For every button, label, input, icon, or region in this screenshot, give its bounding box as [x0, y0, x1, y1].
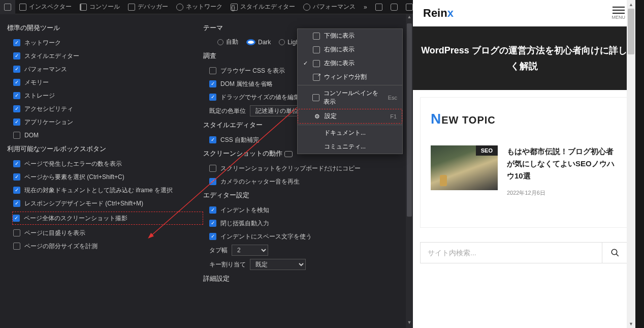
- chk-performance[interactable]: ✓パフォーマンス: [13, 64, 203, 74]
- site-scrollbar[interactable]: ▲ ▼: [627, 0, 635, 328]
- chk-storage[interactable]: ✓ストレージ: [13, 91, 203, 101]
- docs-link[interactable]: ドキュメント...: [298, 126, 402, 140]
- tab-performance[interactable]: パフォーマンス: [299, 0, 360, 14]
- tab-label: スタイルエディター: [240, 3, 295, 11]
- chk-shutter-sound[interactable]: ✓カメラのシャッター音を再生: [209, 176, 399, 187]
- meatball-dropdown: 下側に表示 右側に表示 ✓左側に表示 ↗ウィンドウ分割 コンソールペインを表示E…: [297, 28, 403, 154]
- split-console-icon: [312, 94, 319, 101]
- chk-iframe-target[interactable]: ✓現在の対象ドキュメントとして読み込む iframe を選択: [13, 185, 203, 195]
- tab-inspector[interactable]: インスペクター: [15, 0, 76, 14]
- screenshot-button[interactable]: [387, 0, 402, 14]
- dock-bottom-icon: [313, 33, 320, 40]
- chk-rulers[interactable]: ページに目盛りを表示: [13, 228, 203, 238]
- chk-application[interactable]: ✓アプリケーション: [13, 117, 203, 127]
- chk-accessibility[interactable]: ✓アクセシビリティ: [13, 104, 203, 114]
- chk-error-count[interactable]: ✓ページで発生したエラーの数を表示: [13, 159, 203, 169]
- chk-styleeditor[interactable]: ✓スタイルエディター: [13, 51, 203, 61]
- tabwidth-row: タブ幅 2: [209, 245, 399, 256]
- dock-right-icon: [313, 46, 320, 53]
- tab-label: デバッガー: [138, 3, 168, 11]
- chk-measure[interactable]: ページの部分サイズを計測: [13, 241, 203, 251]
- search-icon: [610, 248, 620, 257]
- keymap-select[interactable]: 既定: [250, 259, 306, 270]
- article-date: 2022年12月6日: [507, 189, 618, 197]
- article-item[interactable]: SEO もはや都市伝説！ブログ初心者が気にしなくてよいSEOノウハウ10選 20…: [431, 145, 618, 197]
- inspector-icon: [19, 4, 26, 11]
- responsive-icon: [375, 4, 382, 11]
- hamburger-menu[interactable]: MENU: [612, 7, 626, 20]
- tab-styleeditor[interactable]: {}スタイルエディター: [227, 0, 299, 14]
- site-preview: Reinx MENU WordPress ブログの運営方法を初心者向けに詳しく解…: [413, 0, 635, 328]
- debugger-icon: [128, 4, 135, 11]
- chevron-more-icon: »: [364, 4, 367, 11]
- separate-window[interactable]: ↗ウィンドウ分割: [298, 70, 402, 84]
- menu-label: MENU: [612, 15, 626, 20]
- site-logo[interactable]: Reinx: [423, 7, 454, 20]
- dock-right[interactable]: 右側に表示: [298, 43, 402, 56]
- theme-auto[interactable]: 自動: [217, 38, 238, 46]
- card-area: NEW TOPIC SEO もはや都市伝説！ブログ初心者が気にしなくてよいSEO…: [413, 90, 635, 235]
- hamburger-icon: [613, 10, 625, 11]
- tab-overflow[interactable]: »: [360, 0, 371, 14]
- keymap-label: キー割り当て: [209, 260, 246, 269]
- section-default-tools: 標準の開発ツール: [7, 23, 203, 33]
- site-header: Reinx MENU: [413, 0, 635, 26]
- tabwidth-select[interactable]: 2: [232, 245, 268, 256]
- tab-console[interactable]: コンソール: [76, 0, 124, 14]
- tab-network[interactable]: ネットワーク: [172, 0, 227, 14]
- chk-dom[interactable]: DOM: [13, 130, 203, 140]
- window-icon: ↗: [313, 74, 320, 81]
- dock-left-icon: [313, 60, 320, 67]
- search-button[interactable]: [602, 242, 628, 263]
- pick-icon: [4, 4, 11, 11]
- search-input[interactable]: [420, 242, 602, 263]
- chk-detect-indent[interactable]: ✓インデントを検知: [209, 205, 399, 215]
- split-console[interactable]: コンソールペインを表示Esc: [298, 86, 402, 109]
- chk-indent-spaces[interactable]: ✓インデントにスペース文字を使う: [209, 231, 399, 242]
- chk-network[interactable]: ✓ネットワーク: [13, 38, 203, 48]
- camera-icon: [391, 4, 398, 11]
- color-unit-label: 既定の色単位: [209, 107, 246, 115]
- tab-label: ネットワーク: [186, 3, 222, 11]
- keymap-row: キー割り当て 既定: [209, 259, 399, 270]
- tab-debugger[interactable]: デバッガー: [124, 0, 172, 14]
- chk-memory[interactable]: ✓メモリー: [13, 77, 203, 87]
- category-badge: SEO: [476, 145, 498, 156]
- community-link[interactable]: コミュニティ...: [298, 140, 402, 154]
- devtools-toolbar: インスペクター コンソール デバッガー ネットワーク {}スタイルエディター パ…: [0, 0, 413, 14]
- chk-responsive[interactable]: ✓レスポンシブデザインモード (Ctrl+Shift+M): [13, 198, 203, 208]
- tab-label: インスペクター: [29, 3, 72, 11]
- article-thumbnail: SEO: [431, 145, 498, 190]
- chk-pick-element[interactable]: ✓ページから要素を選択 (Ctrl+Shift+C): [13, 172, 203, 182]
- network-icon: [176, 4, 183, 11]
- new-topic-heading: NEW TOPIC: [431, 111, 618, 127]
- section-advanced: 詳細設定: [203, 274, 399, 283]
- hero-title: WordPress ブログの運営方法を初心者向けに詳しく解説: [413, 26, 635, 90]
- article-title: もはや都市伝説！ブログ初心者が気にしなくてよいSEOノウハウ10選: [507, 145, 618, 182]
- tab-label: パフォーマンス: [313, 3, 356, 11]
- dock-icon: [406, 4, 413, 11]
- styleeditor-icon: {}: [231, 4, 238, 11]
- chk-clipboard-only[interactable]: スクリーンショットをクリップボードだけにコピー: [209, 163, 399, 173]
- settings-col-left: 標準の開発ツール ✓ネットワーク ✓スタイルエディター ✓パフォーマンス ✓メモ…: [7, 19, 203, 323]
- performance-icon: [303, 4, 310, 11]
- settings-scrollbar[interactable]: ▲ ▼: [406, 14, 413, 328]
- new-topic-card: NEW TOPIC SEO もはや都市伝説！ブログ初心者が気にしなくてよいSEO…: [420, 97, 628, 228]
- responsive-mode-button[interactable]: [371, 0, 387, 14]
- dock-left[interactable]: ✓左側に表示: [298, 56, 402, 70]
- svg-line-2: [616, 254, 619, 256]
- svg-point-1: [611, 249, 617, 255]
- tab-label: コンソール: [89, 3, 120, 11]
- pick-element-button[interactable]: [0, 0, 15, 14]
- chk-full-page-screenshot[interactable]: ✓ページ全体のスクリーンショット撮影: [12, 212, 203, 225]
- theme-dark[interactable]: Dark: [246, 38, 271, 46]
- camera-icon: [284, 151, 293, 157]
- section-editor: エディター設定: [203, 191, 399, 200]
- dock-bottom[interactable]: 下側に表示: [298, 29, 402, 43]
- tabwidth-label: タブ幅: [209, 246, 228, 255]
- settings-menu-item[interactable]: ⚙設定F1: [298, 109, 402, 124]
- chk-autoclose[interactable]: ✓閉じ括弧自動入力: [209, 218, 399, 228]
- article-body: もはや都市伝説！ブログ初心者が気にしなくてよいSEOノウハウ10選 2022年1…: [507, 145, 618, 197]
- section-toolbox-buttons: 利用可能なツールボックスボタン: [7, 144, 203, 154]
- devtools-body: 標準の開発ツール ✓ネットワーク ✓スタイルエディター ✓パフォーマンス ✓メモ…: [0, 14, 413, 328]
